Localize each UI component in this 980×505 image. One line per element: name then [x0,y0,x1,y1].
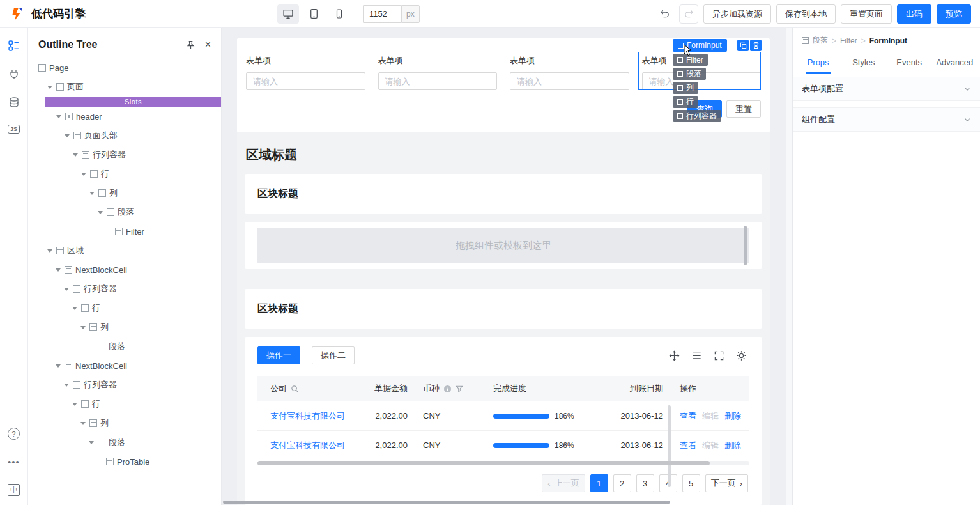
delete-component-button[interactable] [750,40,762,51]
phone-device-button[interactable] [328,4,350,24]
tree-node[interactable]: 行列容器 [28,375,221,394]
tree-node[interactable]: ProTable [28,452,221,471]
tree-node-page[interactable]: Page [28,58,221,77]
section-component-config[interactable]: 组件配置 [793,107,980,132]
pagination-page-2[interactable]: 2 [613,474,631,492]
canvas-horizontal-scrollbar[interactable] [223,501,670,504]
tab-styles[interactable]: Styles [841,52,886,74]
form-item-input[interactable] [378,72,498,90]
ancestor-badge[interactable]: 行 [673,96,698,108]
canvas-width-input[interactable] [363,5,401,23]
form-item-input[interactable] [246,72,365,90]
pagination-page-5[interactable]: 5 [682,474,700,492]
pin-icon[interactable] [186,40,195,50]
scrollbar-thumb[interactable] [257,461,710,465]
tree-node[interactable]: Filter [45,222,221,241]
tablet-device-button[interactable] [303,4,325,24]
save-local-button[interactable]: 保存到本地 [776,4,836,24]
search-icon[interactable] [291,385,299,393]
chevron-down-icon[interactable] [80,326,86,329]
density-icon[interactable] [691,350,702,361]
section-form-item-config[interactable]: 表单项配置 [793,77,980,101]
tab-props[interactable]: Props [795,52,841,74]
help-icon[interactable]: ? [8,428,20,440]
slots-bar[interactable]: Slots [45,97,221,107]
tree-node[interactable]: 列 [28,318,221,337]
chevron-down-icon[interactable] [80,422,86,425]
breadcrumb-item[interactable]: Filter [840,36,857,45]
more-options-icon[interactable]: ••• [8,456,20,467]
close-icon[interactable]: × [205,39,211,50]
chevron-down-icon[interactable] [97,211,103,214]
datasource-icon[interactable] [8,97,20,108]
pagination-next[interactable]: 下一页 [705,474,748,492]
tab-events[interactable]: Events [887,52,932,74]
tree-node[interactable]: NextBlockCell [28,260,221,279]
pagination-page-3[interactable]: 3 [636,474,654,492]
fullscreen-icon[interactable] [714,350,724,361]
js-panel-icon[interactable]: JS [8,125,20,134]
chevron-down-icon[interactable] [64,134,70,137]
tree-node[interactable]: 页面头部 [45,126,221,145]
chevron-down-icon[interactable] [47,86,53,89]
chevron-down-icon[interactable] [72,153,79,157]
chevron-down-icon[interactable] [55,268,61,272]
chevron-down-icon[interactable] [56,115,62,118]
duplicate-component-button[interactable] [737,40,749,51]
pagination-prev[interactable]: 上一页 [542,474,585,492]
async-load-button[interactable]: 异步加载资源 [703,4,771,24]
chevron-down-icon[interactable] [80,173,87,176]
desktop-device-button[interactable] [277,4,299,24]
chevron-down-icon[interactable] [47,249,53,252]
dropzone[interactable]: 拖拽组件或模板到这里 [257,228,749,263]
tree-node[interactable]: 列 [28,414,221,433]
tree-node[interactable]: NextBlockCell [28,356,221,375]
redo-icon[interactable] [679,4,698,24]
chevron-down-icon[interactable] [89,192,95,195]
chevron-down-icon[interactable] [55,364,61,368]
ancestor-badge[interactable]: 段落 [673,68,706,80]
company-link[interactable]: 支付宝科技有限公司 [270,410,345,422]
chevron-down-icon[interactable] [63,384,70,387]
filter-funnel-icon[interactable] [456,385,463,392]
company-link[interactable]: 支付宝科技有限公司 [270,440,345,451]
action-two-button[interactable]: 操作二 [312,346,355,364]
edit-link[interactable]: 编辑 [702,410,719,422]
reload-move-icon[interactable] [669,350,680,361]
scrollbar-thumb[interactable] [744,226,747,265]
ancestor-badge[interactable]: 行列容器 [673,110,721,122]
language-icon[interactable]: 中 [8,484,20,496]
action-one-button[interactable]: 操作一 [257,346,300,364]
preview-button[interactable]: 预览 [937,4,971,24]
tree-node[interactable]: 列 [45,183,221,203]
tree-node[interactable]: 段落 [45,203,221,222]
tree-node[interactable]: 段落 [28,433,221,452]
breadcrumb-item[interactable]: 段落 [813,35,828,46]
tree-node[interactable]: 行 [45,164,221,183]
chevron-down-icon[interactable] [72,403,78,406]
tree-node[interactable]: header [45,107,221,126]
plugin-icon[interactable] [8,68,20,80]
tree-node[interactable]: 区域 [28,241,221,260]
delete-link[interactable]: 删除 [724,440,741,451]
chevron-down-icon[interactable] [88,441,95,444]
tree-node[interactable]: 行 [28,394,221,414]
reset-button[interactable]: 重置 [726,100,761,118]
reset-page-button[interactable]: 重置页面 [841,4,892,24]
table-vertical-scrollbar[interactable] [668,405,671,487]
undo-icon[interactable] [655,4,674,24]
tree-node[interactable]: 行列容器 [28,279,221,299]
delete-link[interactable]: 删除 [724,410,741,422]
view-link[interactable]: 查看 [680,440,696,451]
outcode-button[interactable]: 出码 [897,4,931,24]
canvas-vertical-scrollbar[interactable] [786,28,792,505]
tree-node[interactable]: 页面 [28,77,221,97]
form-item-input[interactable] [510,72,629,90]
pagination-page-1[interactable]: 1 [590,474,608,492]
tree-node[interactable]: 行列容器 [45,145,221,164]
ancestor-badge[interactable]: Filter [673,54,708,66]
edit-link[interactable]: 编辑 [702,440,719,451]
chevron-down-icon[interactable] [63,288,70,291]
chevron-down-icon[interactable] [72,307,78,310]
view-link[interactable]: 查看 [680,410,696,422]
